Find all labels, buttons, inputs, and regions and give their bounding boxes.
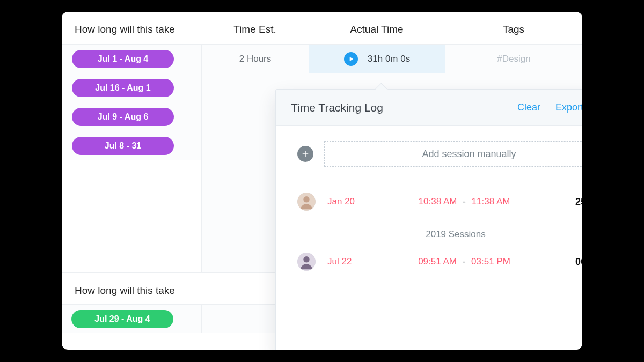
add-session-button[interactable]: Add session manually: [324, 141, 582, 167]
dash-separator: -: [459, 196, 469, 206]
svg-point-3: [303, 256, 309, 262]
time-tracking-popover: Time Tracking Log Clear Export to Excel …: [275, 89, 582, 350]
session-start-time: 09:51 AM: [418, 256, 457, 267]
app-frame: How long will this take Time Est. Actual…: [62, 12, 582, 350]
session-row[interactable]: Jan 20 10:38 AM - 11:38 AM 25:00:00: [297, 185, 582, 218]
actual-time-cell[interactable]: 31h 0m 0s: [309, 44, 445, 73]
column-header-duration: How long will this take: [62, 272, 201, 304]
svg-point-1: [303, 196, 309, 202]
session-start-time: 10:38 AM: [419, 196, 457, 206]
date-range-pill[interactable]: Jul 8 - 31: [72, 137, 174, 155]
session-time-range: 09:51 AM - 03:51 PM: [374, 256, 555, 267]
column-header-estimate: Time Est.: [201, 12, 309, 44]
estimate-value: 2 Hours: [239, 54, 272, 64]
export-to-excel-button[interactable]: Export to Excel: [555, 102, 582, 113]
session-time-range: 10:38 AM - 11:38 AM: [374, 196, 555, 207]
session-row[interactable]: Jul 22 09:51 AM - 03:51 PM 06:00:00: [297, 245, 582, 278]
avatar: [297, 193, 316, 211]
empty-region: [62, 160, 201, 272]
column-header-duration: How long will this take: [62, 12, 201, 44]
session-end-time: 11:38 AM: [472, 196, 510, 206]
popover-header: Time Tracking Log Clear Export to Excel: [276, 90, 582, 126]
dash-separator: -: [459, 256, 469, 267]
popover-actions: Clear Export to Excel: [517, 102, 582, 113]
duration-cell[interactable]: Jul 8 - 31: [62, 131, 201, 160]
session-date: Jan 20: [316, 196, 374, 207]
tags-cell[interactable]: #Design: [445, 44, 582, 73]
date-range-pill[interactable]: Jul 29 - Aug 4: [71, 310, 173, 328]
column-header-actual: Actual Time: [309, 12, 445, 44]
tag-value: #Design: [497, 54, 530, 64]
duration-cell[interactable]: Jul 9 - Aug 6: [62, 102, 201, 131]
actual-time-value: 31h 0m 0s: [368, 54, 410, 64]
popover-body: Add session manually Jan 20 10:38 AM - 1…: [276, 126, 582, 289]
session-duration: 25:00:00: [555, 196, 582, 208]
duration-cell[interactable]: Jul 1 - Aug 4: [62, 44, 201, 73]
date-range-pill[interactable]: Jul 1 - Aug 4: [72, 50, 174, 68]
duration-cell[interactable]: Jul 16 - Aug 1: [62, 73, 201, 102]
sessions-year-label: 2019 Sessions: [297, 218, 582, 245]
date-range-pill[interactable]: Jul 16 - Aug 1: [72, 79, 174, 97]
add-session-label: Add session manually: [422, 149, 516, 160]
estimate-cell[interactable]: 2 Hours: [201, 44, 309, 73]
column-header-tags: Tags: [445, 12, 582, 44]
add-session-row: Add session manually: [297, 141, 582, 167]
popover-title: Time Tracking Log: [291, 101, 383, 114]
plus-icon[interactable]: [297, 146, 313, 162]
clear-button[interactable]: Clear: [517, 102, 540, 113]
session-date: Jul 22: [316, 256, 374, 267]
avatar: [297, 253, 316, 271]
session-duration: 06:00:00: [555, 256, 582, 268]
play-icon[interactable]: [344, 52, 358, 66]
duration-cell[interactable]: Jul 29 - Aug 4: [62, 304, 201, 333]
session-end-time: 03:51 PM: [471, 256, 510, 267]
date-range-pill[interactable]: Jul 9 - Aug 6: [72, 108, 174, 126]
